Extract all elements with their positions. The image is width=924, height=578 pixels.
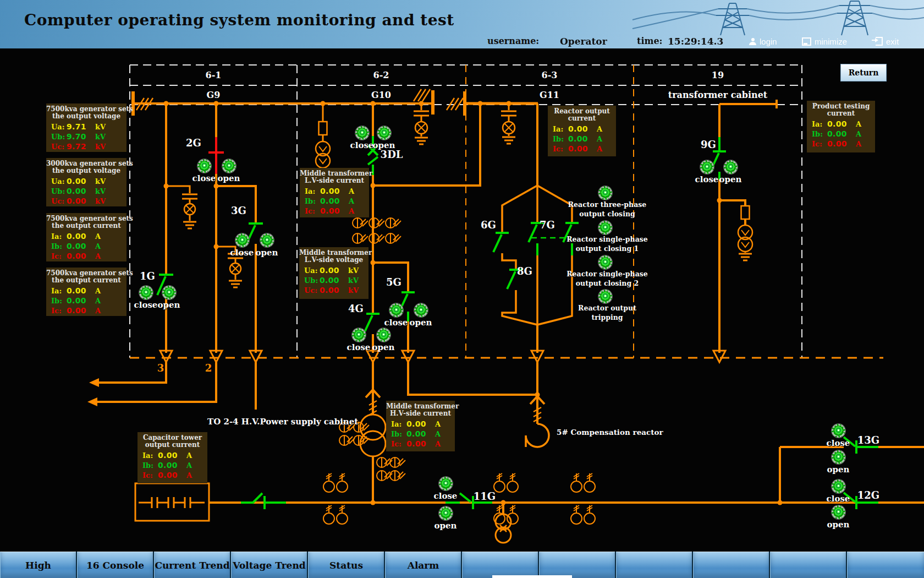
header-bar: Computer operating system monitoring and… <box>0 0 924 48</box>
nav-empty-12[interactable] <box>847 552 924 578</box>
lamp-icon[interactable] <box>832 450 845 464</box>
username-value: Operator <box>560 36 607 47</box>
nav-empty-11[interactable] <box>770 552 846 578</box>
measurement-row: Ib:0.00A <box>807 129 875 139</box>
reactor-tripping-label: Reactor outputtripping <box>578 303 636 322</box>
panel-middle-lv-current: Middle transformerL.V-side current Ia:0.… <box>300 168 369 217</box>
exit-label[interactable]: exit <box>886 37 899 46</box>
panel-middle-hv-current: Middle transformerH.V-side current Ia:0.… <box>386 401 455 451</box>
measurement-row: Ic:0.00A <box>300 206 369 216</box>
lamp-icon[interactable] <box>598 186 612 200</box>
reactor-single-phase-closing-2-button[interactable] <box>586 255 624 269</box>
reactor-three-phase-label: Reactor three-phaseoutput closing <box>568 200 647 219</box>
measurement-row: Ia:0.00A <box>46 232 127 242</box>
measurement-row: Ua:9.71kV <box>46 122 127 132</box>
nav-high[interactable]: High <box>0 552 76 578</box>
11g-close-button[interactable]: close <box>426 477 465 501</box>
section-19-code: 19 <box>712 70 724 80</box>
nav-empty-8[interactable] <box>539 552 615 578</box>
lamp-icon[interactable] <box>377 328 391 342</box>
login-button[interactable]: login <box>749 35 777 48</box>
lamp-icon[interactable] <box>260 233 274 247</box>
12g-open-button[interactable]: open <box>819 505 857 530</box>
nav-active-underline <box>492 575 572 578</box>
lamp-icon[interactable] <box>162 286 176 299</box>
measurement-row: Ib:0.00A <box>46 242 127 252</box>
minimize-button[interactable]: minimize <box>802 35 847 48</box>
13g-open-button[interactable]: open <box>819 450 857 475</box>
measurement-row: Ib:0.00A <box>386 429 455 439</box>
lamp-icon[interactable] <box>439 477 453 490</box>
measurement-row: Ib:0.00A <box>548 134 616 144</box>
reactor-single-2-label: Reactor single-phaseoutput closing 2 <box>566 269 648 288</box>
lamp-icon[interactable] <box>377 126 391 140</box>
switch-label-7g: 7G <box>540 219 555 231</box>
lamp-icon[interactable] <box>598 221 612 235</box>
measurement-row: Uc:0.00kV <box>46 197 127 206</box>
lamp-icon[interactable] <box>439 506 453 520</box>
nav-status[interactable]: Status <box>308 552 384 578</box>
lamp-icon[interactable] <box>598 290 612 303</box>
measurement-row: Ub:0.00kV <box>46 187 127 197</box>
lamp-icon[interactable] <box>832 479 845 493</box>
switch-label-13g: 13G <box>857 434 879 446</box>
switch-label-1g: 1G <box>140 270 155 282</box>
person-icon <box>749 38 756 45</box>
feeder-arrows <box>160 351 725 362</box>
section-6-3-name: G11 <box>540 90 559 100</box>
nav-16-console[interactable]: 16 Console <box>77 552 153 578</box>
switch-label-3g: 3G <box>231 205 246 216</box>
nav-current-trend[interactable]: Current Trend <box>154 552 230 578</box>
section-6-1-name: G9 <box>207 90 221 100</box>
nav-alarm[interactable]: Alarm <box>385 552 461 578</box>
3dl-open-button[interactable]: open <box>365 126 403 150</box>
minimize-label[interactable]: minimize <box>815 37 847 46</box>
measurement-row: Ic:0.00A <box>386 439 455 449</box>
nav-empty-10[interactable] <box>693 552 769 578</box>
nav-voltage-trend[interactable]: Voltage Trend <box>231 552 307 578</box>
2g-open-button[interactable]: open <box>210 159 248 183</box>
time-value: 15:29:14.3 <box>668 36 723 47</box>
lamp-icon[interactable] <box>235 233 249 247</box>
nav-empty-7[interactable] <box>462 552 538 578</box>
lamp-icon[interactable] <box>222 159 236 173</box>
section-6-2-code: 6-2 <box>373 70 389 80</box>
measurement-row: Ib:0.00A <box>46 296 127 306</box>
lamp-icon[interactable] <box>352 328 366 342</box>
measurement-row: Ia:0.00A <box>300 187 369 197</box>
11g-open-button[interactable]: open <box>426 506 465 531</box>
12g-close-button[interactable]: close <box>819 479 857 504</box>
switch-label-2g: 2G <box>186 137 201 149</box>
4g-open-button[interactable]: open <box>364 328 403 352</box>
nav-empty-9[interactable] <box>616 552 692 578</box>
1g-open-button[interactable]: open <box>150 286 188 310</box>
reactor-tripping-button[interactable] <box>586 290 624 303</box>
measurement-row: Uc:9.72kV <box>46 142 127 152</box>
measurement-row: Ia:0.00A <box>46 286 127 296</box>
lamp-icon[interactable] <box>832 505 845 519</box>
13g-close-button[interactable]: close <box>819 424 857 448</box>
measurement-row: Ib:0.00A <box>138 461 207 471</box>
measurement-row: Ib:0.00A <box>300 197 369 206</box>
measurement-row: Ic:0.00A <box>548 144 616 154</box>
lamp-icon[interactable] <box>197 159 211 173</box>
lamp-icon[interactable] <box>832 424 845 438</box>
reactor-three-phase-closing-button[interactable] <box>586 186 624 200</box>
5g-open-button[interactable]: open <box>402 303 440 328</box>
3g-open-button[interactable]: open <box>248 233 286 258</box>
lamp-icon[interactable] <box>414 303 428 317</box>
exit-button[interactable]: exit <box>876 35 899 48</box>
lamp-icon[interactable] <box>724 160 738 174</box>
compensation-reactor-note: 5# Compensation reactor <box>557 428 663 437</box>
login-label[interactable]: login <box>760 37 777 46</box>
bottom-nav-bar: High 16 Console Current Trend Voltage Tr… <box>0 552 924 578</box>
panel-reactor-current: Reactor outputcurrent Ia:0.00A Ib:0.00A … <box>548 106 616 156</box>
return-button[interactable]: Return <box>840 64 887 81</box>
lamp-icon[interactable] <box>389 303 403 317</box>
switch-label-9g: 9G <box>701 139 716 150</box>
lamp-icon[interactable] <box>598 255 612 269</box>
open-switches <box>157 136 878 509</box>
reactor-single-phase-closing-1-button[interactable] <box>586 221 624 235</box>
measurement-row: Ia:0.00A <box>548 124 616 134</box>
9g-open-button[interactable]: open <box>711 160 750 184</box>
